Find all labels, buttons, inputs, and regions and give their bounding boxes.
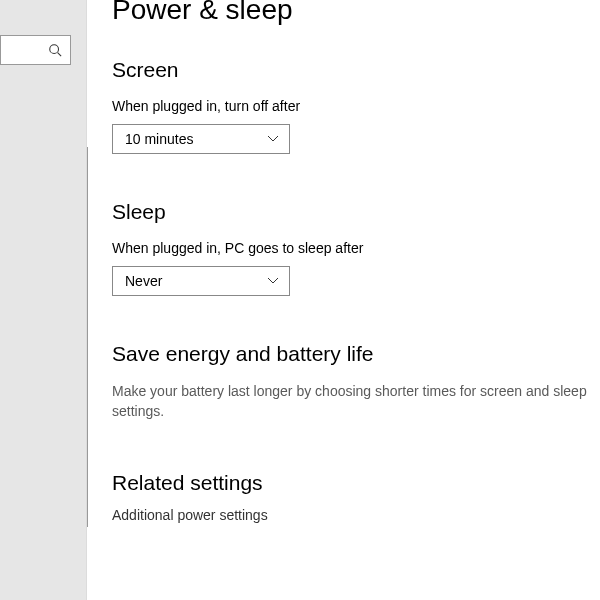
sleep-dropdown-label: When plugged in, PC goes to sleep after xyxy=(112,240,600,256)
svg-line-1 xyxy=(58,53,62,57)
screen-timeout-dropdown[interactable]: 10 minutes xyxy=(112,124,290,154)
chevron-down-icon xyxy=(267,135,279,143)
sidebar xyxy=(0,0,87,600)
sleep-heading: Sleep xyxy=(112,200,600,224)
energy-info-text: Make your battery last longer by choosin… xyxy=(112,382,588,421)
svg-point-0 xyxy=(50,45,59,54)
sleep-timeout-dropdown[interactable]: Never xyxy=(112,266,290,296)
screen-dropdown-label: When plugged in, turn off after xyxy=(112,98,600,114)
page-title: Power & sleep xyxy=(112,0,600,26)
related-heading: Related settings xyxy=(112,471,600,495)
additional-power-settings-link[interactable]: Additional power settings xyxy=(112,507,600,523)
search-input[interactable] xyxy=(0,35,71,65)
energy-heading: Save energy and battery life xyxy=(112,342,600,366)
chevron-down-icon xyxy=(267,277,279,285)
content-divider xyxy=(87,147,88,527)
sleep-timeout-value: Never xyxy=(125,273,162,289)
screen-timeout-value: 10 minutes xyxy=(125,131,193,147)
screen-heading: Screen xyxy=(112,58,600,82)
content-area: Power & sleep Screen When plugged in, tu… xyxy=(112,0,600,523)
search-icon xyxy=(48,43,62,57)
